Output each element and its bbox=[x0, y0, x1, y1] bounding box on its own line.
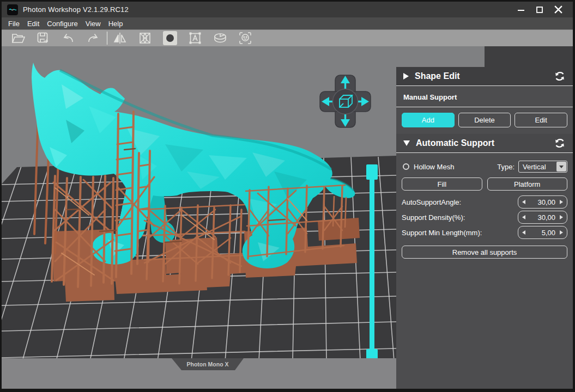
remove-all-supports-button[interactable]: Remove all supports bbox=[402, 246, 567, 259]
support-panel: Shape Edit Manual Support Add Delete Edi… bbox=[396, 46, 573, 389]
spinner-increase-icon[interactable] bbox=[560, 215, 563, 219]
edit-support-button[interactable]: Edit bbox=[515, 113, 567, 127]
plate-front-face: Photon Mono X bbox=[2, 358, 396, 389]
close-icon[interactable] bbox=[552, 4, 564, 16]
refresh-icon[interactable] bbox=[554, 70, 566, 82]
shape-edit-header[interactable]: Shape Edit bbox=[396, 67, 573, 85]
view-cube-control[interactable] bbox=[320, 75, 371, 127]
mirror-icon[interactable] bbox=[107, 31, 132, 45]
z-slider-track[interactable] bbox=[370, 177, 374, 351]
slice-icon[interactable] bbox=[208, 31, 233, 45]
spinner-increase-icon[interactable] bbox=[560, 230, 563, 235]
menu-bar: File Edit Configure View Help bbox=[2, 17, 573, 29]
view-cube-icon[interactable] bbox=[333, 89, 358, 114]
delete-support-button[interactable]: Delete bbox=[458, 113, 511, 127]
printer-label: Photon Mono X bbox=[187, 361, 229, 367]
open-file-icon[interactable] bbox=[5, 31, 31, 45]
hollow-mesh-label: Hollow Mesh bbox=[414, 163, 454, 171]
minimize-icon[interactable] bbox=[515, 4, 527, 16]
automatic-support-title: Automatic Support bbox=[416, 138, 494, 148]
z-slider-handle-top[interactable] bbox=[366, 164, 378, 180]
platform-button[interactable]: Platform bbox=[487, 177, 568, 191]
redo-icon[interactable] bbox=[81, 31, 106, 45]
3d-viewport[interactable]: Photon Mono X bbox=[2, 46, 396, 389]
auto-support-angle-spinner[interactable]: 30,00 bbox=[518, 195, 567, 209]
maximize-icon[interactable] bbox=[534, 4, 546, 16]
title-bar: Photon Workshop V2.1.29.RC12 bbox=[2, 2, 573, 17]
app-window: Photon Workshop V2.1.29.RC12 File Edit C… bbox=[2, 2, 573, 389]
undo-icon[interactable] bbox=[56, 31, 81, 45]
dropdown-arrow-icon[interactable] bbox=[556, 162, 566, 171]
menu-edit[interactable]: Edit bbox=[24, 20, 43, 28]
spinner-increase-icon[interactable] bbox=[560, 200, 563, 204]
support-density-spinner[interactable]: 30,00 bbox=[518, 211, 567, 224]
shape-edit-title: Shape Edit bbox=[415, 71, 460, 81]
hollow-mesh-icon[interactable] bbox=[132, 31, 158, 45]
collapse-right-icon bbox=[403, 73, 409, 79]
panel-tabs bbox=[396, 46, 573, 67]
hollow-mesh-radio[interactable] bbox=[403, 163, 409, 170]
face-detect-icon[interactable] bbox=[233, 31, 258, 45]
auto-support-angle-value: 30,00 bbox=[525, 198, 560, 206]
app-logo-icon bbox=[7, 4, 18, 15]
tab-support-edit[interactable] bbox=[485, 46, 573, 67]
manual-support-buttons: Add Delete Edit bbox=[396, 107, 573, 134]
support-density-label: Support Density(%): bbox=[402, 213, 465, 222]
support-type-dropdown[interactable]: Vertical bbox=[518, 161, 567, 173]
menu-view[interactable]: View bbox=[82, 20, 104, 28]
type-label: Type: bbox=[497, 163, 515, 171]
add-support-button[interactable]: Add bbox=[402, 113, 455, 127]
support-min-length-label: Support Min Length(mm): bbox=[402, 229, 482, 237]
support-type-value: Vertical bbox=[523, 163, 546, 171]
automatic-support-content: Hollow Mesh Type: Vertical Fill Platform… bbox=[396, 153, 573, 259]
save-file-icon[interactable] bbox=[31, 31, 56, 45]
fill-button[interactable]: Fill bbox=[402, 177, 482, 191]
refresh-icon[interactable] bbox=[554, 137, 566, 149]
support-density-value: 30,00 bbox=[525, 213, 560, 222]
menu-configure[interactable]: Configure bbox=[44, 20, 81, 28]
punch-hole-icon[interactable] bbox=[158, 31, 183, 45]
tab-printer-settings[interactable] bbox=[396, 46, 485, 67]
support-min-length-spinner[interactable]: 5,00 bbox=[518, 226, 567, 239]
add-text-icon[interactable] bbox=[183, 31, 208, 45]
collapse-down-icon bbox=[403, 140, 410, 146]
tool-bar bbox=[2, 29, 573, 46]
menu-file[interactable]: File bbox=[5, 20, 23, 28]
support-min-length-value: 5,00 bbox=[525, 229, 560, 237]
automatic-support-header[interactable]: Automatic Support bbox=[396, 134, 573, 152]
menu-help[interactable]: Help bbox=[105, 20, 126, 28]
window-title: Photon Workshop V2.1.29.RC12 bbox=[23, 5, 129, 14]
manual-support-title: Manual Support bbox=[396, 86, 573, 107]
auto-support-angle-label: AutoSupportAngle: bbox=[402, 198, 461, 206]
